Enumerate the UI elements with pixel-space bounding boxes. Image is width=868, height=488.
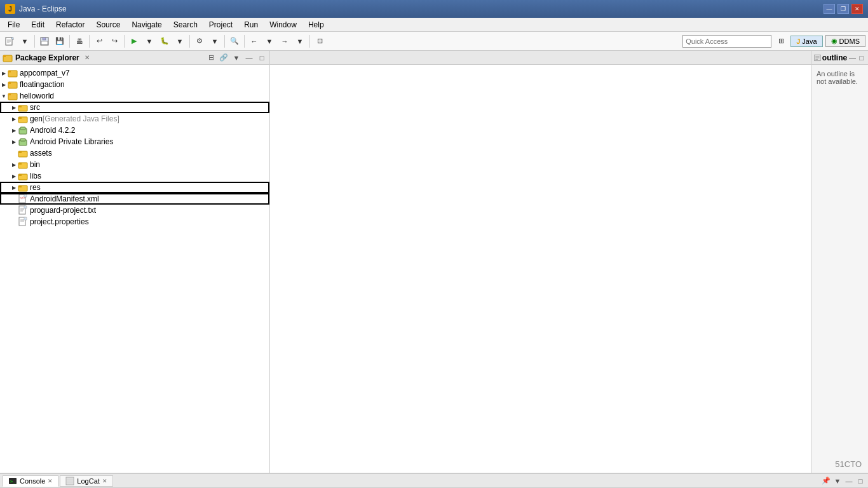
tree-item-helloworld[interactable]: ▼helloworld xyxy=(0,90,269,102)
menu-item-project[interactable]: Project xyxy=(204,19,238,30)
tree-item-androidprivate[interactable]: ▶Android Private Libraries xyxy=(0,136,269,147)
console-tab-close[interactable]: ✕ xyxy=(48,478,53,484)
close-button[interactable]: ✕ xyxy=(851,4,863,14)
new-button[interactable] xyxy=(3,34,17,48)
tree-arrow[interactable]: ▶ xyxy=(10,172,18,180)
run-button[interactable]: ▶ xyxy=(127,34,141,48)
tree-node-icon xyxy=(18,205,28,215)
tree-item-src[interactable]: ▶src xyxy=(0,102,269,113)
package-explorer-close-icon[interactable]: ✕ xyxy=(85,54,90,61)
tree-arrow[interactable]: ▶ xyxy=(0,69,8,77)
menu-item-file[interactable]: File xyxy=(3,19,25,30)
menu-item-refactor[interactable]: Refactor xyxy=(51,19,90,30)
restore-button[interactable]: ❐ xyxy=(837,4,849,14)
tree-arrow[interactable]: ▼ xyxy=(0,92,8,100)
menu-item-search[interactable]: Search xyxy=(168,19,203,30)
tree-item-assets[interactable]: assets xyxy=(0,147,269,159)
nav-forward-dropdown[interactable]: ▼ xyxy=(293,34,307,48)
menu-item-edit[interactable]: Edit xyxy=(26,19,50,30)
logcat-tab-label: LogCat xyxy=(77,477,99,485)
tree-arrow[interactable]: ▶ xyxy=(10,161,18,168)
svg-marker-27 xyxy=(18,163,22,165)
svg-rect-7 xyxy=(41,41,48,44)
java-icon-small: J xyxy=(796,37,800,45)
save-all-button[interactable]: 💾 xyxy=(53,34,67,48)
menu-item-source[interactable]: Source xyxy=(91,19,125,30)
tree-item-bin[interactable]: ▶bin xyxy=(0,159,269,170)
bottom-pin-button[interactable]: 📌 xyxy=(821,476,831,486)
outline-content: An outline is not available. xyxy=(811,65,868,473)
svg-marker-29 xyxy=(18,174,22,176)
svg-marker-19 xyxy=(18,117,22,119)
tree-node-icon xyxy=(18,125,28,135)
bottom-view-menu[interactable]: ▼ xyxy=(832,476,843,486)
tree-item-libs[interactable]: ▶libs xyxy=(0,170,269,182)
tree-arrow[interactable] xyxy=(10,195,18,203)
tree-node-label: floatingaction xyxy=(20,80,65,89)
menu-item-window[interactable]: Window xyxy=(264,19,302,30)
debug-button[interactable]: 🐛 xyxy=(158,34,172,48)
debug-dropdown[interactable]: ▼ xyxy=(173,34,187,48)
tree-arrow[interactable]: ▶ xyxy=(10,104,18,111)
tree-item-appcompat[interactable]: ▶appcompat_v7 xyxy=(0,67,269,79)
dropdown-btn[interactable]: ▼ xyxy=(18,34,32,48)
console-tab[interactable]: >_ Console ✕ xyxy=(3,475,58,487)
tree-item-proguard[interactable]: proguard-project.txt xyxy=(0,205,269,216)
tree-item-floatingaction[interactable]: ▶floatingaction xyxy=(0,79,269,90)
nav-back-dropdown[interactable]: ▼ xyxy=(262,34,276,48)
logcat-tab[interactable]: LogCat ✕ xyxy=(60,475,112,487)
outline-minimize[interactable]: — xyxy=(848,53,856,63)
ddms-perspective-button[interactable]: ◉ DDMS xyxy=(825,35,865,47)
open-type-button[interactable]: ⊡ xyxy=(313,34,327,48)
sep3 xyxy=(89,35,90,48)
tree-arrow[interactable]: ▶ xyxy=(10,126,18,134)
tree-arrow[interactable]: ▶ xyxy=(0,81,8,88)
tree-item-gen[interactable]: ▶gen [Generated Java Files] xyxy=(0,113,269,125)
tree-arrow[interactable]: ▶ xyxy=(10,138,18,146)
svg-marker-13 xyxy=(8,82,11,84)
tree-arrow[interactable] xyxy=(10,218,18,226)
tree-node-icon xyxy=(18,182,28,193)
maximize-panel-button[interactable]: □ xyxy=(257,53,267,63)
bottom-maximize[interactable]: □ xyxy=(855,476,865,486)
undo-button[interactable]: ↩ xyxy=(92,34,106,48)
java-icon: J xyxy=(5,4,15,14)
tree-node-label: bin xyxy=(30,160,40,169)
tree-item-android422[interactable]: ▶Android 4.2.2 xyxy=(0,125,269,136)
bottom-tab-controls: 📌 ▼ — □ xyxy=(821,476,865,486)
collapse-all-button[interactable]: ⊟ xyxy=(206,53,216,63)
tree-node-label: src xyxy=(30,103,40,112)
bottom-minimize[interactable]: — xyxy=(844,476,854,486)
logcat-tab-close[interactable]: ✕ xyxy=(102,478,107,484)
menu-item-run[interactable]: Run xyxy=(239,19,263,30)
menu-item-help[interactable]: Help xyxy=(303,19,329,30)
ext-tools-dropdown[interactable]: ▼ xyxy=(208,34,222,48)
tree-arrow[interactable] xyxy=(10,149,18,157)
tree-item-res[interactable]: ▶res xyxy=(0,182,269,193)
tree-item-projectprops[interactable]: project.properties xyxy=(0,216,269,227)
tree-node-icon xyxy=(8,91,18,101)
minimize-button[interactable]: — xyxy=(824,4,835,14)
nav-forward[interactable]: → xyxy=(278,34,292,48)
minimize-panel-button[interactable]: — xyxy=(244,53,254,63)
redo-button[interactable]: ↪ xyxy=(107,34,121,48)
nav-back[interactable]: ← xyxy=(247,34,261,48)
tree-arrow[interactable] xyxy=(10,207,18,214)
view-menu-button[interactable]: ▼ xyxy=(231,53,241,63)
menu-item-navigate[interactable]: Navigate xyxy=(126,19,166,30)
print-button[interactable]: 🖶 xyxy=(72,34,86,48)
tree-node-label: gen xyxy=(30,114,43,123)
run-dropdown[interactable]: ▼ xyxy=(142,34,156,48)
tree-arrow[interactable]: ▶ xyxy=(10,184,18,191)
outline-maximize[interactable]: □ xyxy=(858,53,865,63)
tree-item-androidmanifest[interactable]: </>AndroidManifest.xml xyxy=(0,193,269,205)
ext-tools-button[interactable]: ⚙ xyxy=(193,34,207,48)
tree-arrow[interactable]: ▶ xyxy=(10,115,18,123)
tree-node-label: Android Private Libraries xyxy=(30,137,113,146)
open-perspective-button[interactable]: ⊞ xyxy=(774,34,788,48)
save-button[interactable] xyxy=(37,34,51,48)
quick-access-input[interactable] xyxy=(682,35,771,48)
java-perspective-button[interactable]: J Java xyxy=(790,36,822,47)
link-editor-button[interactable]: 🔗 xyxy=(219,53,229,63)
search-button[interactable]: 🔍 xyxy=(227,34,241,48)
